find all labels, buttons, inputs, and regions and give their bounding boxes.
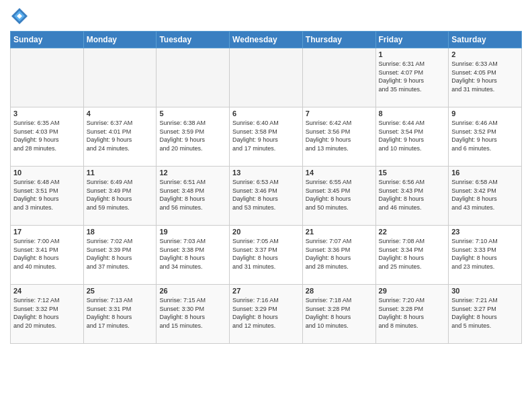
day-info: Sunrise: 7:16 AM Sunset: 3:29 PM Dayligh… [232,296,300,330]
page: SundayMondayTuesdayWednesdayThursdayFrid… [0,0,532,411]
day-number: 29 [379,287,446,295]
calendar-week-5: 24Sunrise: 7:12 AM Sunset: 3:32 PM Dayli… [11,285,522,344]
day-number: 22 [379,228,446,236]
day-info: Sunrise: 6:31 AM Sunset: 4:07 PM Dayligh… [379,60,446,93]
calendar-cell: 26Sunrise: 7:15 AM Sunset: 3:30 PM Dayli… [157,285,230,344]
calendar-cell [157,48,230,107]
day-number: 28 [306,287,373,295]
day-number: 6 [232,109,300,118]
header [10,7,522,26]
day-number: 8 [379,109,446,118]
calendar-cell: 7Sunrise: 6:42 AM Sunset: 3:56 PM Daylig… [302,107,375,167]
calendar-cell: 18Sunrise: 7:02 AM Sunset: 3:39 PM Dayli… [83,226,157,285]
day-header-friday: Friday [375,32,449,48]
calendar-cell: 14Sunrise: 6:55 AM Sunset: 3:45 PM Dayli… [302,167,375,226]
calendar-cell: 23Sunrise: 7:10 AM Sunset: 3:33 PM Dayli… [449,226,522,285]
calendar-cell [11,48,84,107]
day-info: Sunrise: 6:49 AM Sunset: 3:49 PM Dayligh… [87,178,154,212]
calendar-cell: 17Sunrise: 7:00 AM Sunset: 3:41 PM Dayli… [11,226,84,285]
day-number: 16 [451,169,519,177]
day-info: Sunrise: 6:56 AM Sunset: 3:43 PM Dayligh… [379,178,446,212]
calendar-cell: 15Sunrise: 6:56 AM Sunset: 3:43 PM Dayli… [375,167,449,226]
day-number: 2 [451,50,519,58]
day-number: 24 [13,287,81,295]
day-number: 26 [159,287,226,295]
day-number: 7 [306,109,373,118]
day-info: Sunrise: 7:03 AM Sunset: 3:38 PM Dayligh… [159,237,226,271]
day-info: Sunrise: 6:51 AM Sunset: 3:48 PM Dayligh… [159,178,226,212]
calendar-cell: 16Sunrise: 6:58 AM Sunset: 3:42 PM Dayli… [449,167,522,226]
calendar-cell: 27Sunrise: 7:16 AM Sunset: 3:29 PM Dayli… [230,285,303,344]
day-info: Sunrise: 7:20 AM Sunset: 3:28 PM Dayligh… [379,296,446,330]
day-number: 10 [13,169,81,177]
calendar-cell: 8Sunrise: 6:44 AM Sunset: 3:54 PM Daylig… [375,107,449,167]
day-info: Sunrise: 6:38 AM Sunset: 3:59 PM Dayligh… [159,119,226,152]
day-info: Sunrise: 7:05 AM Sunset: 3:37 PM Dayligh… [232,237,300,271]
calendar-cell [230,48,303,107]
day-number: 4 [87,109,154,118]
logo [10,7,32,26]
day-info: Sunrise: 6:37 AM Sunset: 4:01 PM Dayligh… [87,119,154,152]
day-number: 5 [159,109,226,118]
calendar-week-1: 1Sunrise: 6:31 AM Sunset: 4:07 PM Daylig… [11,48,522,107]
day-number: 13 [232,169,300,177]
calendar-table: SundayMondayTuesdayWednesdayThursdayFrid… [10,31,522,344]
day-info: Sunrise: 7:00 AM Sunset: 3:41 PM Dayligh… [13,237,81,271]
day-number: 15 [379,169,446,177]
calendar-week-4: 17Sunrise: 7:00 AM Sunset: 3:41 PM Dayli… [11,226,522,285]
day-number: 30 [451,287,519,295]
day-number: 27 [232,287,300,295]
calendar-cell: 28Sunrise: 7:18 AM Sunset: 3:28 PM Dayli… [302,285,375,344]
day-number: 9 [451,109,519,118]
day-header-wednesday: Wednesday [230,32,303,48]
calendar-cell: 2Sunrise: 6:33 AM Sunset: 4:05 PM Daylig… [449,48,522,107]
calendar-cell: 5Sunrise: 6:38 AM Sunset: 3:59 PM Daylig… [157,107,230,167]
day-header-monday: Monday [83,32,157,48]
calendar-week-3: 10Sunrise: 6:48 AM Sunset: 3:51 PM Dayli… [11,167,522,226]
day-number: 14 [306,169,373,177]
day-number: 17 [13,228,81,236]
calendar-cell: 21Sunrise: 7:07 AM Sunset: 3:36 PM Dayli… [302,226,375,285]
calendar-cell: 19Sunrise: 7:03 AM Sunset: 3:38 PM Dayli… [157,226,230,285]
day-info: Sunrise: 6:35 AM Sunset: 4:03 PM Dayligh… [13,119,81,152]
day-number: 3 [13,109,81,118]
day-info: Sunrise: 6:46 AM Sunset: 3:52 PM Dayligh… [451,119,519,152]
day-number: 25 [87,287,154,295]
calendar-cell: 9Sunrise: 6:46 AM Sunset: 3:52 PM Daylig… [449,107,522,167]
day-number: 20 [232,228,300,236]
calendar-cell: 12Sunrise: 6:51 AM Sunset: 3:48 PM Dayli… [157,167,230,226]
day-header-thursday: Thursday [302,32,375,48]
calendar-week-2: 3Sunrise: 6:35 AM Sunset: 4:03 PM Daylig… [11,107,522,167]
calendar-cell: 24Sunrise: 7:12 AM Sunset: 3:32 PM Dayli… [11,285,84,344]
day-info: Sunrise: 7:10 AM Sunset: 3:33 PM Dayligh… [451,237,519,271]
calendar-cell: 4Sunrise: 6:37 AM Sunset: 4:01 PM Daylig… [83,107,157,167]
day-info: Sunrise: 7:08 AM Sunset: 3:34 PM Dayligh… [379,237,446,271]
day-info: Sunrise: 7:02 AM Sunset: 3:39 PM Dayligh… [87,237,154,271]
day-info: Sunrise: 7:18 AM Sunset: 3:28 PM Dayligh… [306,296,373,330]
calendar-cell: 13Sunrise: 6:53 AM Sunset: 3:46 PM Dayli… [230,167,303,226]
day-number: 19 [159,228,226,236]
day-header-saturday: Saturday [449,32,522,48]
day-info: Sunrise: 6:58 AM Sunset: 3:42 PM Dayligh… [451,178,519,212]
calendar-header-row: SundayMondayTuesdayWednesdayThursdayFrid… [11,32,522,48]
calendar-cell: 29Sunrise: 7:20 AM Sunset: 3:28 PM Dayli… [375,285,449,344]
day-info: Sunrise: 6:42 AM Sunset: 3:56 PM Dayligh… [306,119,373,152]
day-number: 23 [451,228,519,236]
day-info: Sunrise: 7:15 AM Sunset: 3:30 PM Dayligh… [159,296,226,330]
day-info: Sunrise: 6:55 AM Sunset: 3:45 PM Dayligh… [306,178,373,212]
day-number: 12 [159,169,226,177]
calendar-cell: 6Sunrise: 6:40 AM Sunset: 3:58 PM Daylig… [230,107,303,167]
calendar-cell: 25Sunrise: 7:13 AM Sunset: 3:31 PM Dayli… [83,285,157,344]
calendar-cell: 1Sunrise: 6:31 AM Sunset: 4:07 PM Daylig… [375,48,449,107]
calendar-cell: 22Sunrise: 7:08 AM Sunset: 3:34 PM Dayli… [375,226,449,285]
calendar-cell: 11Sunrise: 6:49 AM Sunset: 3:49 PM Dayli… [83,167,157,226]
day-number: 18 [87,228,154,236]
calendar-cell [83,48,157,107]
day-info: Sunrise: 6:44 AM Sunset: 3:54 PM Dayligh… [379,119,446,152]
day-number: 11 [87,169,154,177]
calendar-cell [302,48,375,107]
day-info: Sunrise: 6:48 AM Sunset: 3:51 PM Dayligh… [13,178,81,212]
calendar-cell: 20Sunrise: 7:05 AM Sunset: 3:37 PM Dayli… [230,226,303,285]
day-info: Sunrise: 6:40 AM Sunset: 3:58 PM Dayligh… [232,119,300,152]
day-number: 21 [306,228,373,236]
